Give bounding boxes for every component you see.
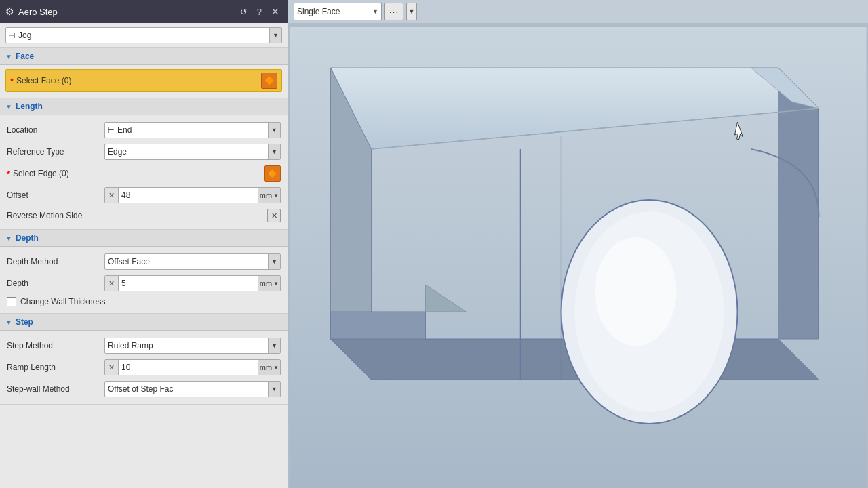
step-wall-method-dropdown[interactable]: Offset of Step Fac ▼	[104, 381, 281, 397]
dots-menu-button[interactable]: ···	[384, 3, 403, 20]
ramp-length-unit-text: mm	[260, 363, 272, 371]
help-button[interactable]: ?	[254, 5, 264, 18]
offset-row: Offset ✕ mm ▼	[5, 184, 282, 206]
length-chevron-icon: ▼	[5, 103, 12, 110]
reset-button[interactable]: ↺	[237, 5, 250, 18]
jog-dropdown-arrow: ▼	[269, 28, 281, 43]
gear-icon: ⚙	[5, 6, 14, 17]
depth-method-dropdown-text: Offset Face	[108, 257, 267, 266]
reverse-motion-label: Reverse Motion Side	[7, 211, 267, 220]
step-method-dropdown-arrow: ▼	[268, 338, 280, 353]
offset-unit-dropdown[interactable]: mm ▼	[258, 188, 280, 203]
depth-unit-arrow: ▼	[273, 281, 279, 287]
length-section-label: Length	[16, 102, 43, 111]
svg-point-11	[595, 237, 677, 346]
step-wall-method-dropdown-arrow: ▼	[268, 382, 280, 396]
close-button[interactable]: ✕	[269, 5, 282, 18]
jog-type-icon: ⊣	[9, 31, 16, 40]
reference-type-dropdown-text: Edge	[108, 147, 267, 157]
length-section-content: Location ⊢ End ▼ Reference Type Edge ▼	[0, 115, 288, 230]
location-label: Location	[7, 125, 102, 135]
edge-required-star: *	[7, 169, 10, 179]
viewport-toolbar: Single Face ▼ ··· ▼	[288, 0, 868, 23]
3d-model-svg	[288, 27, 868, 488]
offset-unit-text: mm	[260, 191, 272, 199]
depth-unit-text: mm	[260, 279, 272, 287]
model-area	[288, 27, 868, 488]
view-dropdown[interactable]: Single Face ▼	[294, 3, 382, 20]
depth-method-label: Depth Method	[7, 257, 102, 266]
step-section-content: Step Method Ruled Ramp ▼ Ramp Length ✕ m…	[0, 331, 288, 405]
depth-method-row: Depth Method Offset Face ▼	[5, 251, 282, 272]
svg-marker-3	[778, 68, 819, 339]
depth-clear-button[interactable]: ✕	[105, 276, 119, 291]
location-control: ⊢ End ▼	[104, 122, 281, 138]
location-dropdown[interactable]: ⊢ End ▼	[104, 122, 281, 138]
reverse-motion-row: Reverse Motion Side ✕	[5, 206, 282, 225]
change-wall-thickness-row: Change Wall Thickness	[5, 294, 282, 309]
offset-clear-button[interactable]: ✕	[105, 188, 119, 203]
step-method-label: Step Method	[7, 341, 102, 350]
reference-type-dropdown[interactable]: Edge ▼	[104, 144, 281, 160]
dialog-title: Aero Step	[18, 7, 233, 17]
step-wall-method-control: Offset of Step Fac ▼	[104, 381, 281, 397]
face-section-content: * Select Face (0) 🔶	[0, 65, 288, 98]
step-chevron-icon: ▼	[5, 319, 12, 326]
ramp-length-input[interactable]	[119, 363, 258, 372]
ramp-length-input-group: ✕ mm ▼	[104, 359, 281, 375]
ramp-length-row: Ramp Length ✕ mm ▼	[5, 357, 282, 378]
depth-chevron-icon: ▼	[5, 235, 12, 242]
step-wall-method-label: Step-wall Method	[7, 384, 102, 394]
select-face-button[interactable]: 🔶	[261, 73, 277, 89]
face-section-header[interactable]: ▼ Face	[0, 48, 288, 65]
left-panel: ⚙ Aero Step ↺ ? ✕ ⊣ Jog ▼ ▼ Face * Selec…	[0, 0, 288, 488]
select-edge-row: * Select Edge (0) 🔶	[5, 163, 282, 184]
depth-input-group: ✕ mm ▼	[104, 275, 281, 291]
step-method-dropdown[interactable]: Ruled Ramp ▼	[104, 338, 281, 354]
location-row: Location ⊢ End ▼	[5, 119, 282, 141]
length-section-header[interactable]: ▼ Length	[0, 98, 288, 115]
jog-row: ⊣ Jog ▼	[0, 23, 288, 48]
offset-input[interactable]	[119, 190, 258, 200]
select-face-row: * Select Face (0) 🔶	[5, 69, 282, 92]
location-dropdown-text: End	[117, 125, 267, 135]
jog-dropdown[interactable]: ⊣ Jog ▼	[5, 27, 282, 43]
offset-input-group: ✕ mm ▼	[104, 187, 281, 203]
reference-type-label: Reference Type	[7, 147, 102, 157]
small-arrow-button[interactable]: ▼	[406, 3, 417, 20]
change-wall-thickness-label: Change Wall Thickness	[20, 297, 105, 306]
depth-section-label: Depth	[16, 233, 39, 243]
depth-method-dropdown[interactable]: Offset Face ▼	[104, 253, 281, 270]
reference-type-row: Reference Type Edge ▼	[5, 141, 282, 163]
ramp-length-unit-dropdown[interactable]: mm ▼	[258, 360, 280, 375]
location-dropdown-arrow: ▼	[268, 123, 280, 138]
ramp-length-unit-arrow: ▼	[273, 365, 279, 371]
face-section-label: Face	[16, 52, 34, 61]
step-method-row: Step Method Ruled Ramp ▼	[5, 335, 282, 357]
depth-input[interactable]	[119, 279, 258, 288]
step-section-header[interactable]: ▼ Step	[0, 314, 288, 331]
select-face-text: Select Face (0)	[16, 76, 258, 85]
reverse-motion-button[interactable]: ✕	[267, 209, 281, 222]
step-section-label: Step	[16, 317, 33, 327]
view-dropdown-arrow: ▼	[372, 8, 378, 15]
depth-section-header[interactable]: ▼ Depth	[0, 230, 288, 247]
select-edge-button[interactable]: 🔶	[264, 165, 281, 182]
title-bar: ⚙ Aero Step ↺ ? ✕	[0, 0, 288, 23]
depth-label: Depth	[7, 279, 102, 288]
select-edge-label-group: * Select Edge (0)	[7, 169, 262, 179]
view-dropdown-text: Single Face	[297, 7, 370, 16]
reference-type-dropdown-arrow: ▼	[268, 144, 280, 159]
step-wall-method-dropdown-text: Offset of Step Fac	[108, 384, 267, 394]
depth-unit-dropdown[interactable]: mm ▼	[258, 276, 280, 291]
jog-dropdown-text: Jog	[18, 30, 268, 40]
end-icon: ⊢	[108, 126, 115, 135]
viewport: Single Face ▼ ··· ▼	[288, 0, 868, 488]
change-wall-thickness-checkbox[interactable]	[7, 297, 16, 306]
step-wall-method-row: Step-wall Method Offset of Step Fac ▼	[5, 378, 282, 400]
ramp-length-clear-button[interactable]: ✕	[105, 360, 119, 375]
step-method-control: Ruled Ramp ▼	[104, 338, 281, 354]
face-required-star: *	[10, 76, 14, 86]
offset-label: Offset	[7, 190, 102, 200]
depth-section-content: Depth Method Offset Face ▼ Depth ✕ mm ▼	[0, 247, 288, 314]
